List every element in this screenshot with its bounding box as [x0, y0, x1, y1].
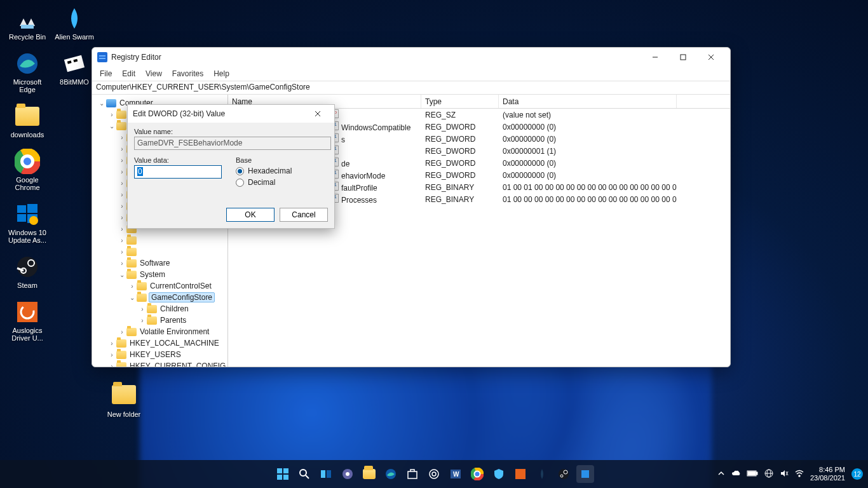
expand-icon[interactable]: › — [118, 168, 126, 175]
dialog-close-button[interactable] — [306, 106, 329, 121]
expand-icon[interactable]: › — [118, 329, 126, 336]
tree-node[interactable]: ›Software — [92, 257, 227, 269]
desktop-icon[interactable]: Windows 10 Update As... — [5, 201, 50, 245]
tree-node[interactable]: ›CurrentControlSet — [92, 280, 227, 292]
tray-volume-icon[interactable] — [780, 469, 789, 479]
explorer-icon[interactable] — [360, 465, 378, 483]
settings-icon[interactable] — [425, 465, 443, 483]
expand-icon[interactable]: › — [128, 283, 137, 290]
value-name-input[interactable]: GameDVR_FSEBehaviorMode — [134, 137, 331, 150]
desktop-icon[interactable]: Microsoft Edge — [5, 50, 50, 94]
expand-icon[interactable]: › — [107, 351, 116, 358]
start-button[interactable] — [274, 465, 292, 483]
menu-edit[interactable]: Edit — [118, 68, 139, 79]
desktop-icon[interactable]: Steam — [5, 254, 50, 290]
expand-icon[interactable]: › — [118, 157, 126, 164]
security-icon[interactable] — [490, 465, 508, 483]
desktop-icon-new-folder[interactable]: New folder — [102, 381, 146, 419]
expand-icon[interactable]: › — [118, 191, 126, 198]
minimize-button[interactable] — [641, 48, 669, 66]
auslogics-icon — [14, 299, 41, 325]
tree-node[interactable]: › — [92, 246, 227, 257]
app-dark-icon[interactable] — [533, 465, 551, 483]
steam-taskbar-icon[interactable] — [555, 465, 573, 483]
app-active-icon[interactable] — [576, 465, 594, 483]
tree-node[interactable]: ›HKEY_CURRENT_CONFIG — [92, 360, 227, 367]
folder-icon — [116, 111, 126, 119]
expand-icon[interactable]: › — [118, 237, 126, 244]
desktop-icon[interactable]: Google Chrome — [5, 148, 50, 192]
desktop-icon[interactable]: Recycle Bin — [5, 5, 50, 41]
svg-rect-28 — [277, 468, 282, 473]
tray-chevron-icon[interactable] — [717, 470, 725, 478]
expand-icon[interactable]: › — [138, 306, 147, 313]
word-icon[interactable]: W — [447, 465, 465, 483]
expand-icon[interactable]: ⌄ — [97, 100, 106, 107]
tree-node[interactable]: ⌄GameConfigStore — [92, 292, 227, 303]
svg-point-32 — [300, 470, 306, 476]
search-icon[interactable] — [295, 465, 313, 483]
radio-hexadecimal[interactable]: Hexadecimal — [236, 166, 328, 175]
menu-file[interactable]: File — [96, 68, 116, 79]
expand-icon[interactable]: › — [118, 214, 126, 221]
tree-node[interactable]: ›Children — [92, 303, 227, 315]
menu-favorites[interactable]: Favorites — [168, 68, 207, 79]
chrome-taskbar-icon[interactable] — [468, 465, 486, 483]
desktop-icon[interactable]: Alien Swarm — [52, 5, 97, 41]
svg-rect-9 — [27, 204, 37, 213]
tray-cloud-icon[interactable] — [731, 470, 740, 478]
tree-node[interactable]: ›Parents — [92, 315, 227, 326]
expand-icon[interactable]: ⌄ — [118, 271, 126, 278]
tree-node[interactable]: › — [92, 234, 227, 246]
edge-taskbar-icon[interactable] — [382, 465, 400, 483]
expand-icon[interactable]: › — [138, 317, 147, 324]
value-data-input[interactable]: 0 — [134, 165, 222, 179]
expand-icon[interactable]: ⌄ — [128, 294, 137, 301]
tray-wifi-icon[interactable] — [795, 470, 804, 478]
tree-node[interactable]: ›HKEY_LOCAL_MACHINE — [92, 337, 227, 349]
store-icon[interactable] — [403, 465, 421, 483]
tree-node[interactable]: ›Volatile Environment — [92, 326, 227, 337]
menu-help[interactable]: Help — [210, 68, 233, 79]
task-view-icon[interactable] — [317, 465, 335, 483]
expand-icon[interactable]: › — [107, 363, 116, 367]
ok-button[interactable]: OK — [226, 208, 275, 222]
desktop-icon-label: Auslogics Driver U... — [5, 327, 50, 342]
radio-decimal[interactable]: Decimal — [236, 178, 328, 187]
maximize-button[interactable] — [669, 48, 697, 66]
expand-icon[interactable]: › — [118, 260, 126, 267]
titlebar[interactable]: Registry Editor — [92, 48, 730, 67]
tray-battery-icon[interactable] — [747, 470, 758, 478]
menu-view[interactable]: View — [142, 68, 166, 79]
expand-icon[interactable]: ⌄ — [107, 123, 116, 130]
w10-icon — [14, 201, 41, 227]
cancel-button[interactable]: Cancel — [280, 208, 328, 222]
system-tray: 8:46 PM 23/08/2021 12 — [717, 466, 863, 482]
expand-icon[interactable]: › — [107, 111, 116, 118]
tree-node[interactable]: ⌄System — [92, 269, 227, 280]
col-data[interactable]: Data — [499, 95, 677, 108]
tree-node[interactable]: ›HKEY_USERS — [92, 349, 227, 360]
expand-icon[interactable]: › — [118, 134, 126, 141]
expand-icon[interactable]: › — [118, 203, 126, 210]
chat-icon[interactable] — [339, 465, 356, 483]
expand-icon[interactable]: › — [107, 340, 116, 347]
value-type: REG_DWORD — [421, 134, 499, 144]
tray-globe-icon[interactable] — [764, 469, 773, 479]
desktop-icon[interactable]: Auslogics Driver U... — [5, 299, 50, 342]
expand-icon[interactable]: › — [118, 180, 126, 187]
expand-icon[interactable]: › — [118, 226, 126, 233]
desktop-icon[interactable]: 8BitMMO — [52, 50, 97, 86]
close-button[interactable] — [697, 48, 725, 66]
app-orange-icon[interactable] — [512, 465, 529, 483]
col-type[interactable]: Type — [421, 95, 499, 108]
dialog-titlebar[interactable]: Edit DWORD (32-bit) Value — [128, 105, 334, 123]
address-bar[interactable]: Computer\HKEY_CURRENT_USER\System\GameCo… — [92, 81, 730, 95]
expand-icon[interactable]: › — [118, 146, 126, 152]
desktop-icon[interactable]: downloads — [5, 103, 50, 139]
window-title: Registry Editor — [111, 53, 161, 62]
desktop-icon-label: downloads — [11, 131, 44, 139]
notification-badge[interactable]: 12 — [851, 468, 863, 480]
taskbar-clock[interactable]: 8:46 PM 23/08/2021 — [810, 466, 845, 482]
expand-icon[interactable]: › — [118, 248, 126, 255]
